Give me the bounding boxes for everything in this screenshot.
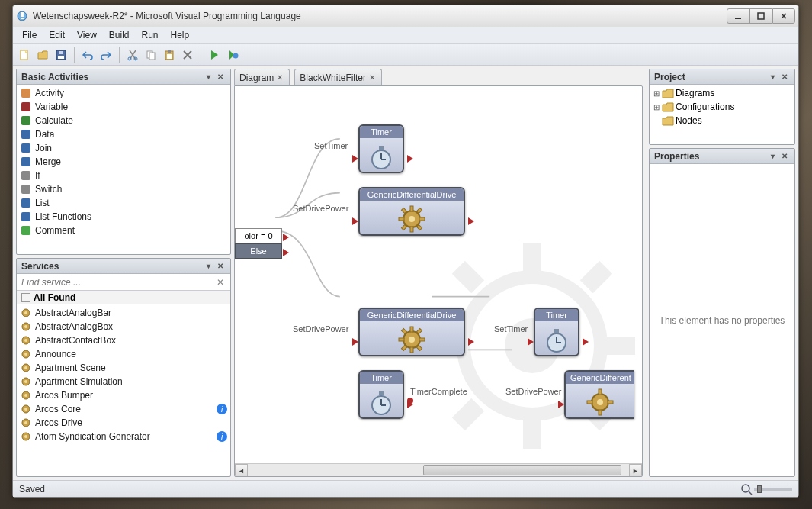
canvas-horizontal-scrollbar[interactable]: ◄ ► <box>235 463 642 476</box>
basic-activity-item[interactable]: Variable <box>17 100 230 114</box>
menu-run[interactable]: Run <box>136 27 165 43</box>
expand-icon[interactable]: ⊞ <box>653 89 660 98</box>
service-item[interactable]: Arcos Drivei <box>17 416 230 430</box>
basic-activities-header[interactable]: Basic Activities ▾ ✕ <box>17 69 230 85</box>
basic-activity-item[interactable]: Merge <box>17 155 230 169</box>
copy-button[interactable] <box>143 47 159 63</box>
magnifier-icon <box>740 483 753 495</box>
search-input[interactable] <box>17 274 230 290</box>
status-bar: Saved <box>13 480 798 497</box>
svg-point-16 <box>233 53 239 58</box>
if-activity-block[interactable]: olor = 0 Else <box>235 228 277 259</box>
menu-file[interactable]: File <box>16 27 43 43</box>
scroll-left-icon[interactable]: ◄ <box>235 464 248 477</box>
basic-activity-item[interactable]: Data <box>17 127 230 141</box>
basic-activity-item[interactable]: If <box>17 169 230 182</box>
scrollbar-track[interactable] <box>248 464 629 476</box>
delete-button[interactable] <box>179 47 196 63</box>
basic-activity-item[interactable]: List Functions <box>17 210 230 224</box>
minimize-button[interactable] <box>727 8 749 24</box>
tab-label: BlackWhiteFilter <box>300 72 366 83</box>
basic-activity-item[interactable]: List <box>17 196 230 210</box>
zoom-control[interactable] <box>740 483 792 495</box>
node-timer[interactable]: Timer <box>358 124 404 173</box>
service-item[interactable]: Announcei <box>17 347 230 361</box>
clear-search-icon[interactable]: ✕ <box>217 277 227 288</box>
wire-label: SetDrivePower <box>293 324 348 333</box>
services-search: ✕ <box>17 274 230 291</box>
service-item[interactable]: Arcos Corei <box>17 402 230 416</box>
activity-icon <box>20 183 32 195</box>
svg-rect-87 <box>599 410 602 415</box>
maximize-button[interactable] <box>749 8 772 24</box>
scroll-right-icon[interactable]: ► <box>629 464 642 477</box>
node-generic-differential-drive[interactable]: GenericDifferent <box>564 370 634 419</box>
properties-header[interactable]: Properties ▾ ✕ <box>650 149 794 164</box>
node-timer[interactable]: Timer <box>534 308 579 356</box>
close-tab-icon[interactable]: ✕ <box>369 74 377 82</box>
close-panel-icon[interactable]: ✕ <box>779 151 790 162</box>
menu-view[interactable]: View <box>71 27 103 43</box>
item-label: Activity <box>35 88 64 98</box>
svg-rect-8 <box>59 51 63 54</box>
paste-button[interactable] <box>161 47 178 63</box>
info-icon[interactable]: i <box>217 431 227 442</box>
zoom-slider-track[interactable] <box>754 488 792 491</box>
new-button[interactable] <box>16 47 33 63</box>
if-else-branch[interactable]: Else <box>235 243 282 259</box>
services-all-found-row[interactable]: All Found <box>17 291 230 304</box>
tab-blackwhitefilter[interactable]: BlackWhiteFilter✕ <box>294 69 382 85</box>
menu-help[interactable]: Help <box>165 27 196 43</box>
if-condition[interactable]: olor = 0 <box>235 228 282 243</box>
tab-diagram[interactable]: Diagram✕ <box>234 69 290 85</box>
service-item[interactable]: AbstractAnalogBari <box>17 306 230 320</box>
title-bar[interactable]: Wetenschapsweek-R2* - Microsoft Visual P… <box>13 5 798 27</box>
service-item[interactable]: AbstractContactBoxi <box>17 333 230 347</box>
save-button[interactable] <box>53 47 69 63</box>
close-button[interactable] <box>772 8 795 24</box>
project-header[interactable]: Project ▾ ✕ <box>650 69 794 85</box>
basic-activity-item[interactable]: Switch <box>17 182 230 196</box>
tree-item-nodes[interactable]: Nodes <box>650 114 794 127</box>
service-item[interactable]: AbstractAnalogBoxi <box>17 320 230 333</box>
basic-activity-item[interactable]: Comment <box>17 224 230 237</box>
undo-button[interactable] <box>79 47 96 63</box>
close-panel-icon[interactable]: ✕ <box>779 72 790 82</box>
menu-edit[interactable]: Edit <box>43 27 71 43</box>
zoom-slider-thumb[interactable] <box>757 485 762 493</box>
menu-build[interactable]: Build <box>103 27 136 43</box>
tree-item-diagrams[interactable]: ⊞Diagrams <box>650 86 794 100</box>
node-generic-differential-drive[interactable]: GenericDifferentialDrive <box>358 308 465 356</box>
service-item[interactable]: Arcos Bumperi <box>17 388 230 402</box>
tree-item-configurations[interactable]: ⊞Configurations <box>650 100 794 114</box>
dropdown-icon[interactable]: ▾ <box>767 151 778 162</box>
node-generic-differential-drive[interactable]: GenericDifferentialDrive <box>358 187 465 236</box>
close-tab-icon[interactable]: ✕ <box>277 74 284 82</box>
basic-activity-item[interactable]: Activity <box>17 86 230 100</box>
services-header[interactable]: Services ▾ ✕ <box>17 259 230 274</box>
basic-activity-item[interactable]: Calculate <box>17 114 230 127</box>
svg-point-45 <box>24 421 27 424</box>
dropdown-icon[interactable]: ▾ <box>203 72 213 82</box>
open-button[interactable] <box>34 47 51 63</box>
scrollbar-thumb[interactable] <box>423 465 621 475</box>
cut-button[interactable] <box>124 47 141 63</box>
close-panel-icon[interactable]: ✕ <box>215 72 226 82</box>
service-item[interactable]: Apartment Simulationi <box>17 375 230 388</box>
item-label: Variable <box>35 101 68 112</box>
svg-rect-50 <box>523 417 541 449</box>
node-timer[interactable]: Timer <box>358 370 404 419</box>
info-icon[interactable]: i <box>217 404 227 414</box>
redo-button[interactable] <box>98 47 114 63</box>
expand-icon[interactable]: ⊞ <box>653 103 660 111</box>
close-panel-icon[interactable]: ✕ <box>215 261 226 272</box>
diagram-canvas[interactable]: olor = 0 Else SetTimer SetDrivePower Set… <box>234 85 643 477</box>
dropdown-icon[interactable]: ▾ <box>203 261 213 272</box>
dropdown-icon[interactable]: ▾ <box>767 72 778 82</box>
run-web-button[interactable] <box>224 47 241 63</box>
service-item[interactable]: Atom Syndication Generatori <box>17 430 230 443</box>
service-item[interactable]: Apartment Scenei <box>17 361 230 375</box>
basic-activity-item[interactable]: Join <box>17 141 230 155</box>
svg-rect-27 <box>21 226 30 235</box>
run-button[interactable] <box>206 47 223 63</box>
